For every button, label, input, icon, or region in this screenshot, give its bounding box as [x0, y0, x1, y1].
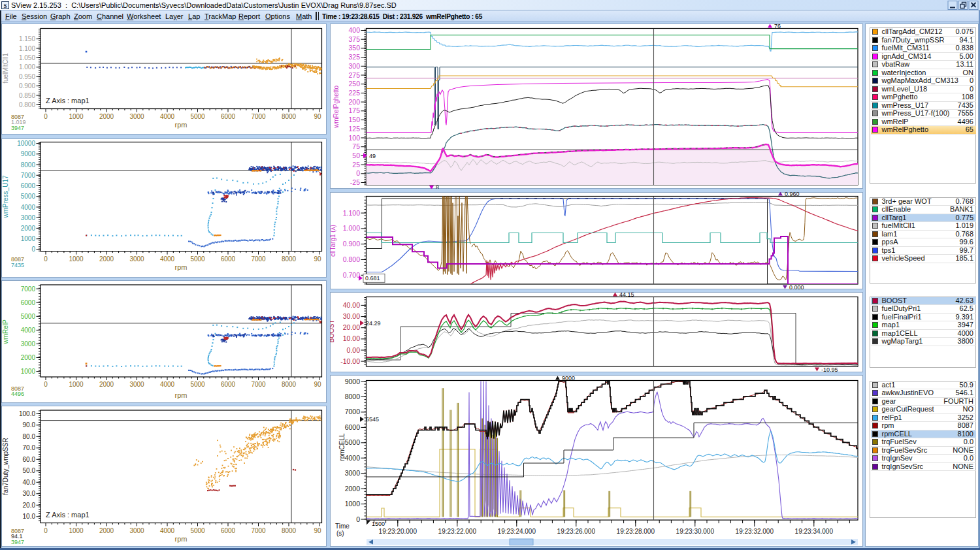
- svg-text:50: 50: [352, 151, 360, 159]
- svg-text:1000: 1000: [69, 255, 84, 263]
- svg-text:8000: 8000: [282, 527, 297, 534]
- svg-text:6000: 6000: [221, 527, 236, 534]
- svg-text:0.950: 0.950: [19, 73, 35, 80]
- svg-text:8000: 8000: [282, 112, 297, 120]
- svg-text:7000: 7000: [345, 408, 361, 415]
- svg-text:1000: 1000: [21, 368, 36, 375]
- svg-text:90: 90: [314, 527, 322, 534]
- svg-text:4000: 4000: [21, 327, 36, 334]
- svg-text:7000: 7000: [251, 112, 266, 120]
- svg-text:Time: Time: [335, 523, 350, 530]
- svg-text:20.0: 20.0: [23, 502, 36, 509]
- svg-text:0: 0: [356, 169, 360, 177]
- svg-text:rpm: rpm: [175, 120, 188, 128]
- svg-text:9000: 9000: [21, 150, 36, 157]
- svg-text:0.800: 0.800: [343, 255, 360, 263]
- svg-text:wmPress_U17: wmPress_U17: [2, 175, 9, 218]
- svg-text:150: 150: [348, 116, 360, 123]
- svg-text:19:23:24.000: 19:23:24.000: [498, 527, 536, 534]
- svg-text:19:23:30.000: 19:23:30.000: [676, 527, 715, 534]
- svg-text:5000: 5000: [345, 438, 361, 446]
- svg-text:375: 375: [348, 35, 360, 42]
- svg-text:76: 76: [774, 24, 781, 29]
- svg-text:19:23:32.000: 19:23:32.000: [736, 527, 774, 534]
- svg-text:2000: 2000: [21, 354, 36, 361]
- svg-text:-10.00: -10.00: [340, 357, 360, 365]
- svg-text:175: 175: [348, 106, 360, 114]
- svg-text:1000: 1000: [69, 112, 84, 120]
- svg-text:6545: 6545: [366, 416, 379, 423]
- svg-text:3000: 3000: [21, 214, 36, 221]
- svg-text:(s): (s): [336, 530, 344, 537]
- svg-text:3947: 3947: [11, 539, 24, 545]
- svg-text:1.000: 1.000: [19, 63, 35, 71]
- svg-text:6000: 6000: [221, 112, 236, 120]
- svg-text:4496: 4496: [11, 391, 24, 397]
- svg-text:325: 325: [348, 53, 360, 61]
- svg-text:5000: 5000: [190, 112, 205, 120]
- svg-text:1000: 1000: [345, 500, 361, 508]
- svg-text:225: 225: [348, 88, 360, 96]
- svg-text:-10.95: -10.95: [821, 366, 838, 372]
- svg-text:44.15: 44.15: [619, 292, 634, 298]
- svg-text:1000: 1000: [69, 527, 84, 534]
- svg-text:90: 90: [314, 255, 322, 263]
- svg-text:0.850: 0.850: [19, 91, 35, 99]
- svg-text:19:23:20.000: 19:23:20.000: [379, 527, 417, 534]
- svg-text:BOOST: BOOST: [330, 319, 335, 342]
- svg-text:3000: 3000: [21, 340, 36, 348]
- svg-text:4000: 4000: [160, 255, 175, 263]
- svg-text:50.0: 50.0: [23, 467, 36, 474]
- svg-text:rpm: rpm: [175, 263, 188, 271]
- svg-text:2000: 2000: [21, 225, 36, 232]
- svg-text:6000: 6000: [221, 255, 236, 263]
- svg-text:0.700: 0.700: [343, 270, 360, 278]
- svg-text:10000: 10000: [17, 140, 35, 147]
- svg-text:5000: 5000: [21, 193, 36, 200]
- svg-text:4000: 4000: [160, 112, 175, 120]
- svg-text:cllTarg1 (λ): cllTarg1 (λ): [330, 225, 336, 257]
- svg-text:0.681: 0.681: [365, 275, 380, 282]
- svg-text:0: 0: [44, 381, 48, 388]
- svg-text:25: 25: [352, 160, 360, 168]
- svg-text:7000: 7000: [251, 527, 266, 534]
- svg-text:1000: 1000: [69, 381, 84, 388]
- svg-text:1.100: 1.100: [19, 44, 35, 52]
- svg-text:3000: 3000: [129, 527, 144, 534]
- svg-text:3000: 3000: [129, 381, 144, 388]
- svg-text:rpm: rpm: [175, 535, 188, 543]
- svg-text:5000: 5000: [190, 527, 205, 534]
- svg-text:1.150: 1.150: [19, 35, 35, 42]
- svg-text:19:23:34.000: 19:23:34.000: [795, 527, 834, 534]
- svg-text:0.960: 0.960: [785, 192, 800, 197]
- svg-text:30.00: 30.00: [343, 312, 360, 320]
- svg-text:1.100: 1.100: [343, 208, 360, 216]
- svg-text:19:23:22.000: 19:23:22.000: [438, 527, 477, 534]
- svg-text:6000: 6000: [345, 423, 361, 430]
- svg-text:2000: 2000: [99, 255, 114, 263]
- svg-text:7000: 7000: [251, 381, 266, 388]
- svg-text:75: 75: [352, 142, 360, 150]
- svg-text:0: 0: [44, 527, 48, 534]
- svg-text:0: 0: [44, 255, 48, 263]
- svg-text:125: 125: [348, 124, 360, 132]
- svg-text:8000: 8000: [282, 381, 297, 388]
- svg-text:7000: 7000: [21, 172, 36, 179]
- svg-text:wmRelP: wmRelP: [2, 319, 9, 345]
- svg-text:8000: 8000: [345, 393, 361, 400]
- svg-text:10.00: 10.00: [343, 334, 360, 342]
- svg-text:Z Axis : map1: Z Axis : map1: [46, 96, 90, 104]
- svg-text:19:23:28.000: 19:23:28.000: [617, 527, 655, 534]
- svg-text:0.800: 0.800: [19, 101, 35, 108]
- svg-text:0.000: 0.000: [789, 283, 804, 289]
- svg-text:40.0: 40.0: [23, 479, 36, 486]
- svg-text:49: 49: [369, 152, 376, 159]
- svg-text:30.0: 30.0: [23, 490, 36, 497]
- svg-text:0.900: 0.900: [343, 240, 360, 248]
- svg-text:2000: 2000: [99, 527, 114, 534]
- svg-text:3947: 3947: [11, 125, 24, 131]
- svg-text:0: 0: [356, 515, 360, 523]
- svg-text:0: 0: [44, 112, 48, 120]
- svg-text:275: 275: [348, 71, 360, 78]
- svg-text:1500: 1500: [372, 521, 385, 527]
